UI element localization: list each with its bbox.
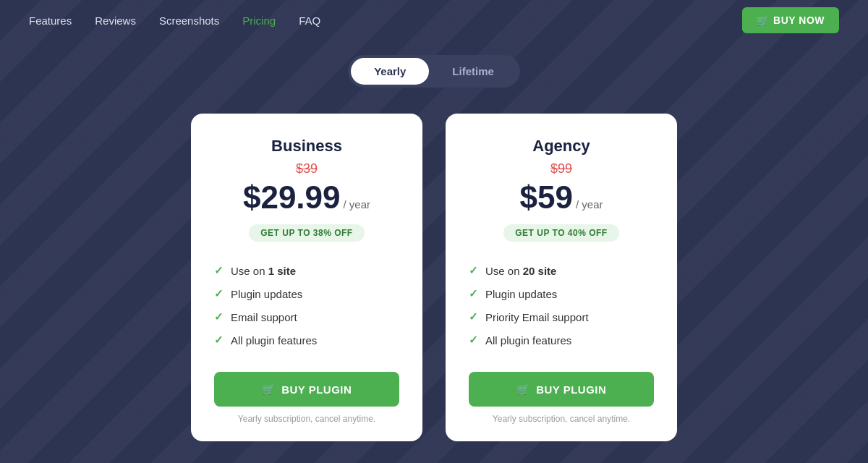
business-price-row: $29.99 / year	[243, 179, 370, 216]
buy-now-button[interactable]: 🛒 BUY NOW	[742, 7, 839, 33]
billing-toggle: Yearly Lifetime	[348, 55, 520, 88]
buy-now-label: BUY NOW	[773, 14, 825, 26]
agency-price: $59	[520, 179, 573, 216]
navbar: Features Reviews Screenshots Pricing FAQ…	[0, 0, 868, 41]
nav-screenshots[interactable]: Screenshots	[159, 14, 219, 27]
cart-icon: 🛒	[757, 14, 770, 26]
business-card: Business $39 $29.99 / year GET UP TO 38%…	[191, 114, 422, 441]
agency-buy-button[interactable]: 🛒 BUY PLUGIN	[469, 372, 654, 407]
check-icon: ✓	[214, 310, 224, 323]
list-item: ✓ Use on 20 site	[469, 259, 654, 282]
agency-footnote: Yearly subscription, cancel anytime.	[493, 414, 630, 424]
list-item: ✓ Plugin updates	[214, 282, 399, 305]
nav-faq[interactable]: FAQ	[299, 14, 320, 27]
nav-pricing[interactable]: Pricing	[242, 14, 276, 27]
check-icon: ✓	[469, 264, 478, 277]
agency-old-price: $99	[550, 161, 572, 177]
check-icon: ✓	[469, 334, 478, 347]
nav-features[interactable]: Features	[29, 14, 72, 27]
billing-toggle-wrapper: Yearly Lifetime	[0, 55, 868, 88]
business-period: / year	[344, 198, 371, 211]
agency-discount: GET UP TO 40% OFF	[503, 224, 618, 242]
agency-title: Agency	[532, 137, 590, 156]
business-footnote: Yearly subscription, cancel anytime.	[238, 414, 375, 424]
list-item: ✓ Use on 1 site	[214, 259, 399, 282]
list-item: ✓ All plugin features	[214, 328, 399, 352]
list-item: ✓ Email support	[214, 305, 399, 328]
business-buy-label: BUY PLUGIN	[281, 383, 352, 396]
toggle-lifetime[interactable]: Lifetime	[429, 58, 517, 85]
toggle-yearly[interactable]: Yearly	[351, 58, 429, 85]
cart-icon: 🛒	[516, 383, 531, 396]
business-title: Business	[271, 137, 342, 156]
pricing-cards: Business $39 $29.99 / year GET UP TO 38%…	[0, 114, 868, 441]
list-item: ✓ Priority Email support	[469, 305, 654, 328]
check-icon: ✓	[214, 264, 224, 277]
business-buy-button[interactable]: 🛒 BUY PLUGIN	[214, 372, 399, 407]
check-icon: ✓	[214, 334, 224, 347]
agency-buy-label: BUY PLUGIN	[536, 383, 606, 396]
check-icon: ✓	[469, 287, 478, 300]
agency-features: ✓ Use on 20 site ✓ Plugin updates ✓ Prio…	[469, 259, 654, 352]
nav-links: Features Reviews Screenshots Pricing FAQ	[29, 14, 742, 27]
agency-price-row: $59 / year	[520, 179, 603, 216]
business-price: $29.99	[243, 179, 341, 216]
business-features: ✓ Use on 1 site ✓ Plugin updates ✓ Email…	[214, 259, 399, 352]
business-old-price: $39	[296, 161, 318, 177]
nav-reviews[interactable]: Reviews	[95, 14, 136, 27]
cart-icon: 🛒	[262, 383, 276, 396]
agency-period: / year	[576, 198, 603, 211]
business-discount: GET UP TO 38% OFF	[249, 224, 364, 242]
list-item: ✓ Plugin updates	[469, 282, 654, 305]
agency-card: Agency $99 $59 / year GET UP TO 40% OFF …	[446, 114, 677, 441]
check-icon: ✓	[469, 310, 478, 323]
list-item: ✓ All plugin features	[469, 328, 654, 352]
check-icon: ✓	[214, 287, 224, 300]
